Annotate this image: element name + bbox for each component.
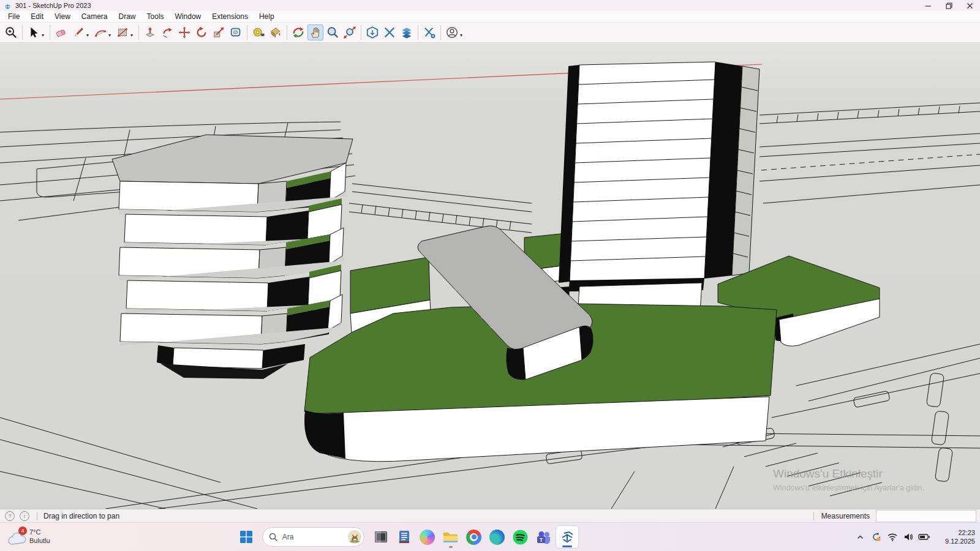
measurements-input[interactable] (876, 510, 976, 522)
move-tool-button[interactable] (176, 24, 192, 40)
app-icon-copilot[interactable] (416, 525, 439, 549)
title-bar: 301 - SketchUp Pro 2023 (0, 0, 980, 11)
app-icon-sketchup[interactable] (556, 525, 579, 549)
sketchup-logo-icon (4, 2, 12, 10)
taskbar-clock[interactable]: 22:23 9.12.2025 (937, 528, 975, 546)
svg-text:T: T (539, 537, 543, 543)
viewport-canvas[interactable]: Windows'u Etkinleştir Windows'u etkinleş… (0, 43, 980, 509)
pushpull-tool-button[interactable] (142, 24, 158, 40)
volume-icon[interactable] (902, 530, 915, 544)
search-box[interactable]: Ara (262, 527, 364, 547)
tape-measure-tool-button[interactable] (251, 24, 266, 40)
app-icon-teams[interactable]: T (532, 525, 556, 549)
layers-button[interactable] (399, 24, 415, 40)
account-button[interactable] (444, 24, 460, 40)
toolbar-separator (138, 25, 139, 40)
zoom-tool-button[interactable] (325, 24, 341, 40)
menu-view[interactable]: View (49, 11, 76, 23)
toolbar-separator (418, 25, 418, 40)
line-tool-button[interactable] (70, 24, 86, 40)
rectangle-tool-button[interactable] (115, 24, 130, 40)
zoom-select-tool-button[interactable] (3, 24, 19, 40)
app-icon-photos[interactable] (369, 525, 393, 549)
start-button[interactable] (235, 526, 257, 548)
line-dropdown-caret[interactable]: ▾ (86, 32, 91, 38)
toolbar-separator (361, 25, 361, 40)
weather-widget[interactable]: 4 7°C Bulutlu (6, 528, 98, 546)
status-hint: Drag in direction to pan (43, 512, 119, 520)
extension-manager-button[interactable] (421, 24, 437, 40)
geolocation-icon[interactable]: ? (5, 511, 15, 521)
status-separator (37, 512, 37, 520)
battery-icon[interactable] (918, 530, 931, 544)
menu-draw[interactable]: Draw (113, 11, 141, 23)
wifi-icon[interactable] (886, 530, 899, 544)
status-separator (813, 512, 814, 520)
app-icon-chrome[interactable] (462, 525, 486, 549)
system-tray: 22:23 9.12.2025 (853, 528, 975, 546)
rotate-tool-button[interactable] (194, 24, 209, 40)
menu-camera[interactable]: Camera (76, 11, 113, 23)
model-info-icon[interactable]: i (20, 511, 29, 521)
status-bar: ? i Drag in direction to pan Measurement… (0, 509, 980, 522)
menu-file[interactable]: File (2, 11, 25, 23)
toolbar-separator (440, 25, 441, 40)
menu-help[interactable]: Help (254, 11, 280, 23)
viewport[interactable]: Windows'u Etkinleştir Windows'u etkinleş… (0, 43, 980, 509)
menu-extensions[interactable]: Extensions (206, 11, 254, 23)
clock-date: 9.12.2025 (937, 537, 975, 545)
select-dropdown-caret[interactable]: ▾ (42, 32, 46, 38)
menu-bar: File Edit View Camera Draw Tools Window … (0, 11, 980, 23)
minimize-button[interactable] (918, 0, 938, 11)
scale-tool-button[interactable] (211, 24, 227, 40)
app-icon-spotify[interactable] (509, 525, 532, 549)
weather-badge: 4 (18, 527, 27, 535)
menu-edit[interactable]: Edit (25, 11, 49, 23)
offset-tool-button[interactable] (228, 24, 244, 40)
search-highlight-image (347, 530, 362, 544)
eraser-tool-button[interactable] (53, 24, 69, 40)
rectangle-dropdown-caret[interactable]: ▾ (130, 32, 135, 38)
tray-chevron-icon[interactable] (854, 530, 867, 544)
orbit-tool-button[interactable] (290, 24, 306, 40)
close-button[interactable] (959, 0, 980, 11)
app-icon-edge[interactable] (486, 525, 509, 549)
menu-window[interactable]: Window (170, 11, 207, 23)
toolbar-separator (287, 25, 287, 40)
followme-tool-button[interactable] (159, 24, 175, 40)
account-dropdown-caret[interactable]: ▾ (460, 32, 464, 38)
weather-condition: Bulutlu (29, 537, 50, 545)
app-icon-notepad[interactable] (393, 525, 416, 549)
search-icon (269, 533, 278, 542)
tray-update-icon[interactable] (870, 530, 883, 544)
extension-warehouse-button[interactable] (382, 24, 398, 40)
toolbar: ▾ ▾ ▾ ▾ ▾ (0, 23, 980, 43)
toolbar-separator (247, 25, 247, 40)
menu-tools[interactable]: Tools (141, 11, 170, 23)
search-placeholder: Ara (282, 533, 347, 541)
window-title: 301 - SketchUp Pro 2023 (15, 2, 91, 9)
weather-temp: 7°C (29, 528, 50, 537)
measurements-label: Measurements (821, 512, 870, 520)
taskbar: 4 7°C Bulutlu Ara (0, 522, 980, 551)
app-icon-file-explorer[interactable] (439, 525, 462, 549)
clock-time: 22:23 (937, 528, 975, 537)
pan-tool-button[interactable] (307, 24, 323, 40)
select-tool-button[interactable] (26, 24, 42, 40)
watermark-line2: Windows'u etkinleştirmek için Ayarlar'a … (773, 484, 924, 492)
zoom-extents-tool-button[interactable] (342, 24, 358, 40)
watermark-line1: Windows'u Etkinleştir (773, 467, 883, 480)
3d-warehouse-button[interactable] (364, 24, 380, 40)
arc-dropdown-caret[interactable]: ▾ (108, 32, 113, 38)
windows-logo-icon (239, 530, 253, 544)
toolbar-separator (22, 25, 23, 40)
paint-bucket-tool-button[interactable] (268, 24, 284, 40)
arc-tool-button[interactable] (92, 24, 108, 40)
toolbar-separator (50, 25, 50, 40)
restore-button[interactable] (938, 0, 959, 11)
